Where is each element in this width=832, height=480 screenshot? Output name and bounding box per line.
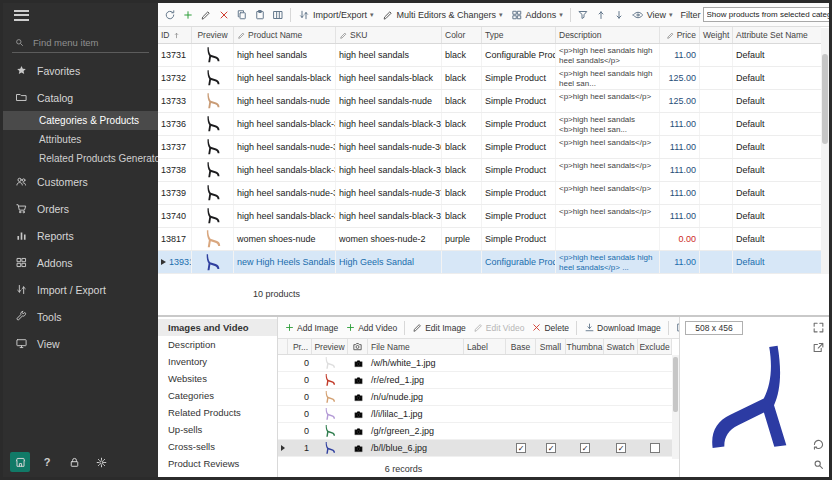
column-header-weight[interactable]: Weight (700, 27, 733, 43)
product-row[interactable]: 13739 high heel sandals-nude-37 high hee… (158, 182, 821, 205)
view-button[interactable]: View▾ (629, 7, 676, 23)
sidebar-item-customers[interactable]: Customers (3, 168, 158, 195)
column-header-price[interactable]: Price (660, 27, 700, 43)
tab-cross-sells[interactable]: Cross-sells (158, 438, 277, 455)
column-header-product-name[interactable]: Product Name (234, 27, 336, 43)
sidebar-item-categories-products[interactable]: Categories & Products (3, 111, 158, 130)
filter-select[interactable]: Show products from selected categories ▾ (703, 7, 829, 22)
exclude-checkbox[interactable] (650, 443, 660, 453)
column-header-file-name[interactable]: File Name (368, 339, 464, 354)
product-row[interactable]: 13817 women shoes-nude women shoes-nude-… (158, 228, 821, 251)
menu-search-input[interactable] (31, 36, 139, 49)
column-header-preview[interactable]: Preview (192, 27, 234, 43)
delete-image-button[interactable]: Delete (529, 321, 571, 334)
tab-up-sells[interactable]: Up-sells (158, 421, 277, 438)
sidebar-item-reports[interactable]: Reports (3, 222, 158, 249)
product-row[interactable]: 13732 high heel sandals-black high heel … (158, 67, 821, 90)
product-row[interactable]: 13733 high heel sandals-nude high heel s… (158, 90, 821, 113)
column-header-camera[interactable] (348, 339, 368, 354)
images-grid-scrollbar[interactable] (672, 355, 679, 459)
delete-product-button[interactable] (216, 7, 232, 23)
sort-ascending-button[interactable] (593, 7, 609, 23)
thumbnail-checkbox[interactable] (580, 443, 590, 453)
download-image-button[interactable]: Download Image (582, 321, 663, 334)
addons-button[interactable]: Addons▾ (508, 7, 566, 23)
column-header-small[interactable]: Small (536, 339, 566, 354)
copy-button[interactable] (234, 7, 250, 23)
multi-editors-button[interactable]: Multi Editors & Changers▾ (379, 7, 506, 23)
product-row[interactable]: 13737 high heel sandals-nude-36 high hee… (158, 136, 821, 159)
import-export-button[interactable]: Import/Export▾ (295, 7, 377, 23)
sidebar-item-related-products-generator[interactable]: Related Products Generator (3, 149, 158, 168)
hamburger-menu-icon[interactable] (14, 10, 29, 21)
fullscreen-button[interactable] (812, 321, 825, 334)
sort-descending-button[interactable] (611, 7, 627, 23)
sidebar-item-orders[interactable]: Orders (3, 195, 158, 222)
zoom-button[interactable] (812, 458, 825, 471)
sidebar-item-import-export[interactable]: Import / Export (3, 276, 158, 303)
tab-websites[interactable]: Websites (158, 370, 277, 387)
add-video-button[interactable]: Add Video (343, 321, 399, 334)
scrollbar-thumb[interactable] (673, 357, 678, 412)
column-header-preview[interactable]: Preview (312, 339, 348, 354)
sidebar-item-favorites[interactable]: Favorites (3, 57, 158, 84)
column-header-sku[interactable]: SKU (336, 27, 442, 43)
product-row[interactable]: 13740 high heel sandals-black-38 high he… (158, 205, 821, 228)
settings-button[interactable] (91, 452, 111, 472)
cell-price: 11.00 (660, 44, 700, 66)
products-grid-scrollbar[interactable] (821, 28, 829, 274)
swatch-checkbox[interactable] (616, 443, 626, 453)
tab-images-and-video[interactable]: Images and Video (158, 319, 277, 336)
column-header-base[interactable]: Base (506, 339, 536, 354)
column-header-swatch[interactable]: Swatch (604, 339, 638, 354)
lock-button[interactable] (64, 452, 84, 472)
image-row-selected[interactable]: 1 /b/l/blue_6.jpg (278, 440, 672, 457)
tab-product-reviews[interactable]: Product Reviews (158, 455, 277, 472)
paste-button[interactable] (252, 7, 268, 23)
edit-image-button[interactable]: Edit Image (410, 321, 468, 334)
column-header-attribute-set[interactable]: Attribute Set Name (733, 27, 821, 43)
product-row[interactable]: 13736 high heel sandals-black-36 high he… (158, 113, 821, 136)
column-header-id[interactable]: ID (158, 27, 192, 43)
product-row[interactable]: 13731 high heel sandals high heel sandal… (158, 44, 821, 67)
edit-product-button[interactable] (198, 7, 214, 23)
filter-funnel-button[interactable] (575, 7, 591, 23)
sidebar-item-view[interactable]: View (3, 330, 158, 357)
column-header-position[interactable]: Pr... (288, 339, 312, 354)
open-external-button[interactable] (812, 341, 825, 354)
column-header-exclude[interactable]: Exclude (638, 339, 672, 354)
column-header-label[interactable]: Label (464, 339, 506, 354)
column-header-thumbnail[interactable]: Thumbna (566, 339, 604, 354)
store-button[interactable] (10, 452, 30, 472)
columns-button[interactable] (270, 7, 286, 23)
refresh-button[interactable] (162, 7, 178, 23)
image-row[interactable]: 0 /w/h/white_1.jpg (278, 355, 672, 372)
sidebar-item-addons[interactable]: Addons (3, 249, 158, 276)
image-row[interactable]: 0 /n/u/nude.jpg (278, 389, 672, 406)
sidebar-item-tools[interactable]: Tools (3, 303, 158, 330)
tab-inventory[interactable]: Inventory (158, 353, 277, 370)
sidebar-item-attributes[interactable]: Attributes (3, 130, 158, 149)
base-checkbox[interactable] (516, 443, 526, 453)
scrollbar-thumb[interactable] (822, 54, 828, 144)
search-icon (14, 37, 25, 48)
product-row-selected[interactable]: 13931 new High Heels Sandals High Geels … (158, 251, 821, 274)
add-image-button[interactable]: Add Image (282, 321, 340, 334)
image-row[interactable]: 0 /r/e/red_1.jpg (278, 372, 672, 389)
tab-description[interactable]: Description (158, 336, 277, 353)
help-button[interactable]: ? (37, 452, 57, 472)
image-row[interactable]: 0 /l/i/lilac_1.jpg (278, 406, 672, 423)
cell-type: Configurable Product (482, 44, 556, 66)
add-product-button[interactable] (180, 7, 196, 23)
tab-categories[interactable]: Categories (158, 387, 277, 404)
sidebar-item-catalog[interactable]: Catalog (3, 84, 158, 111)
small-checkbox[interactable] (546, 443, 556, 453)
tab-related-products[interactable]: Related Products (158, 404, 277, 421)
image-row[interactable]: 0 /g/r/green_2.jpg (278, 423, 672, 440)
column-header-type[interactable]: Type (482, 27, 556, 43)
product-row[interactable]: 13738 high heel sandals-black-37 high he… (158, 159, 821, 182)
column-header-description[interactable]: Description (556, 27, 660, 43)
rotate-button[interactable] (812, 438, 825, 451)
column-header-color[interactable]: Color (442, 27, 482, 43)
image-size-field[interactable]: 508 x 456 (685, 321, 743, 335)
